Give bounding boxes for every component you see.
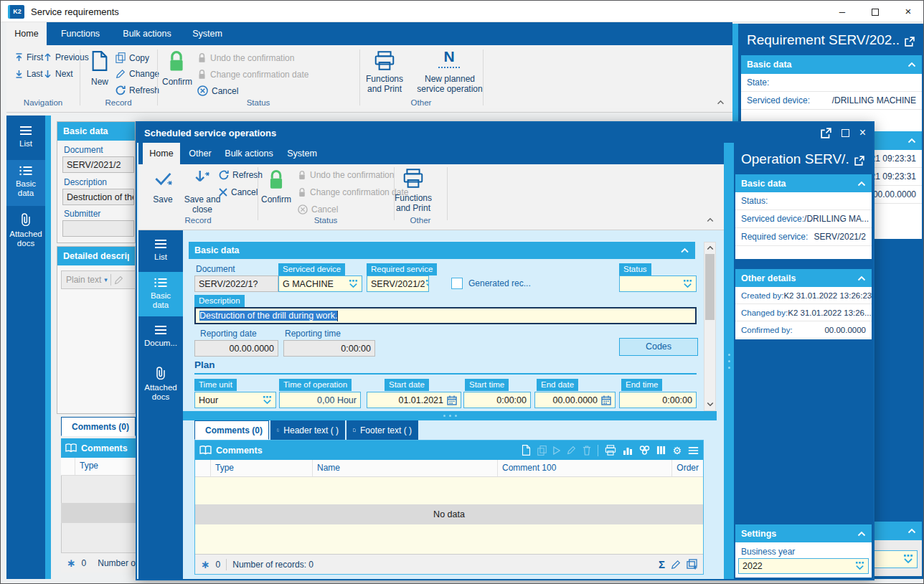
undo-confirmation-button[interactable]: Undo the confirmation: [197, 52, 294, 63]
collapse-icon[interactable]: [908, 528, 916, 534]
print-icon[interactable]: [605, 445, 616, 456]
combo-arrow-icon[interactable]: [263, 396, 272, 405]
time-of-operation-field[interactable]: 0,00 Hour: [279, 392, 361, 408]
columns-icon[interactable]: [656, 446, 666, 455]
tab-system[interactable]: System: [184, 22, 230, 45]
bg-comments-tab[interactable]: Comments (0): [61, 417, 136, 436]
combo-arrow-icon[interactable]: [349, 280, 358, 288]
dialog-refresh-button[interactable]: Refresh: [219, 170, 263, 180]
delete-icon[interactable]: [583, 446, 591, 456]
scrollbar-thumb[interactable]: [705, 254, 715, 320]
column-name[interactable]: Name: [313, 460, 498, 476]
horizontal-splitter[interactable]: [183, 411, 717, 420]
dialog-sidebar-item-attached-docs[interactable]: Attacheddocs: [138, 362, 183, 414]
save-button-label[interactable]: Save: [143, 194, 183, 204]
dialog-sidebar-item-basic-data[interactable]: Basicdata: [138, 272, 183, 316]
confirm-button-label[interactable]: Confirm: [157, 77, 197, 87]
end-date-field[interactable]: 00.00.0000: [534, 392, 616, 408]
sidebar-item-basic-data[interactable]: Basicdata: [6, 160, 45, 206]
dialog-confirm-button[interactable]: [268, 169, 285, 190]
chart-icon[interactable]: [623, 446, 633, 456]
tab-functions[interactable]: Functions: [51, 22, 110, 45]
dialog-tab-home[interactable]: Home: [143, 143, 180, 164]
panel-settings-header[interactable]: Settings: [735, 524, 872, 542]
codes-button[interactable]: Codes: [619, 338, 698, 356]
tab-bulk-actions[interactable]: Bulk actions: [114, 22, 180, 45]
dialog-tab-bulk-actions[interactable]: Bulk actions: [220, 143, 278, 164]
collapse-icon[interactable]: [857, 181, 866, 187]
sum-icon[interactable]: Σ: [659, 558, 665, 570]
sidebar-item-attached-docs[interactable]: Attacheddocs: [6, 209, 45, 259]
serviced-device-combo[interactable]: G MACHINE: [278, 275, 362, 292]
collapse-ribbon-icon[interactable]: [717, 100, 725, 105]
save-and-close-button[interactable]: [193, 170, 212, 187]
generated-checkbox[interactable]: [451, 278, 463, 289]
dialog-functions-print-button[interactable]: [402, 169, 424, 188]
combo-arrow-icon[interactable]: [855, 562, 864, 570]
calendar-icon[interactable]: [447, 395, 457, 405]
save-and-close-label[interactable]: Save and: [182, 194, 223, 204]
tab-home[interactable]: Home: [6, 22, 47, 45]
column-type[interactable]: Type: [75, 458, 136, 475]
functions-print-button[interactable]: [374, 51, 395, 70]
collapse-icon[interactable]: [857, 531, 866, 537]
dialog-functions-print-label2[interactable]: and Print: [391, 203, 435, 213]
column-order[interactable]: Order: [672, 460, 703, 476]
change-confirmation-date-button[interactable]: Change confirmation date: [197, 69, 308, 80]
scroll-up-icon[interactable]: [707, 245, 714, 250]
panel-other-details-header[interactable]: Other details: [735, 269, 872, 287]
header-text-tab[interactable]: Header text ( ): [270, 420, 345, 440]
panel-basic-header[interactable]: Basic data: [735, 174, 872, 192]
functions-print-label2[interactable]: and Print: [359, 84, 410, 94]
form-basic-data-header[interactable]: Basic data: [189, 242, 695, 259]
edit-icon[interactable]: [671, 560, 681, 570]
end-time-field[interactable]: 0:00:00: [619, 392, 697, 408]
footer-text-tab[interactable]: Footer text ( ): [346, 420, 418, 440]
combo-arrow-icon[interactable]: [903, 555, 913, 564]
column-type[interactable]: Type: [211, 460, 313, 476]
collapse-icon[interactable]: [857, 275, 866, 281]
new-planned-operation-label2[interactable]: service operation: [417, 84, 483, 94]
run-icon[interactable]: [553, 446, 560, 455]
start-date-field[interactable]: 01.01.2021: [367, 392, 461, 408]
dialog-close-icon[interactable]: ×: [859, 126, 866, 139]
sidebar-splitter[interactable]: [45, 116, 51, 579]
combo-arrow-icon[interactable]: [425, 280, 429, 288]
first-button[interactable]: First: [15, 52, 43, 62]
copy-row-icon[interactable]: [537, 446, 547, 456]
dialog-tab-other[interactable]: Other: [183, 143, 217, 164]
collapse-icon[interactable]: [908, 62, 916, 67]
refresh-button[interactable]: Refresh: [116, 85, 159, 95]
save-button[interactable]: [154, 170, 173, 187]
dialog-maximize-icon[interactable]: [842, 129, 849, 137]
column-comment[interactable]: Comment 100: [498, 460, 672, 476]
confirm-button[interactable]: [167, 50, 186, 72]
dialog-float-icon[interactable]: [821, 128, 831, 138]
minimize-button[interactable]: –: [826, 1, 859, 22]
popout-icon[interactable]: [905, 37, 915, 47]
functions-print-label[interactable]: Functions: [359, 74, 410, 84]
collapse-ribbon-icon[interactable]: [707, 217, 714, 222]
new-button[interactable]: [91, 51, 108, 71]
save-and-close-label2[interactable]: close: [182, 204, 223, 215]
popout-icon[interactable]: [854, 156, 864, 166]
dialog-sidebar-item-documents[interactable]: Docum...: [138, 319, 183, 359]
description-field[interactable]: Destruction of the drill during work.: [194, 307, 697, 324]
close-button[interactable]: ×: [892, 1, 924, 22]
form-scrollbar[interactable]: [704, 242, 716, 411]
dialog-cancel-button[interactable]: Cancel: [219, 187, 258, 197]
collapse-icon[interactable]: [680, 248, 689, 253]
dialog-status-cancel-button[interactable]: Cancel: [298, 204, 338, 215]
bg-basic-card-header[interactable]: Basic data: [741, 55, 922, 74]
grid-menu-icon[interactable]: [688, 446, 699, 455]
dialog-confirm-label[interactable]: Confirm: [258, 194, 295, 204]
new-button-label[interactable]: New: [81, 77, 118, 87]
bulk-icon[interactable]: [639, 446, 650, 455]
status-combo[interactable]: [619, 275, 697, 292]
change-button[interactable]: Change: [116, 69, 159, 79]
required-service-combo[interactable]: SERV/2021/2: [367, 275, 429, 292]
dialog-undo-confirmation-button[interactable]: Undo the confirmation: [298, 170, 394, 180]
maximize-button[interactable]: [859, 1, 892, 22]
calendar-icon[interactable]: [601, 395, 611, 405]
start-time-field[interactable]: 0:00:00: [463, 392, 531, 408]
